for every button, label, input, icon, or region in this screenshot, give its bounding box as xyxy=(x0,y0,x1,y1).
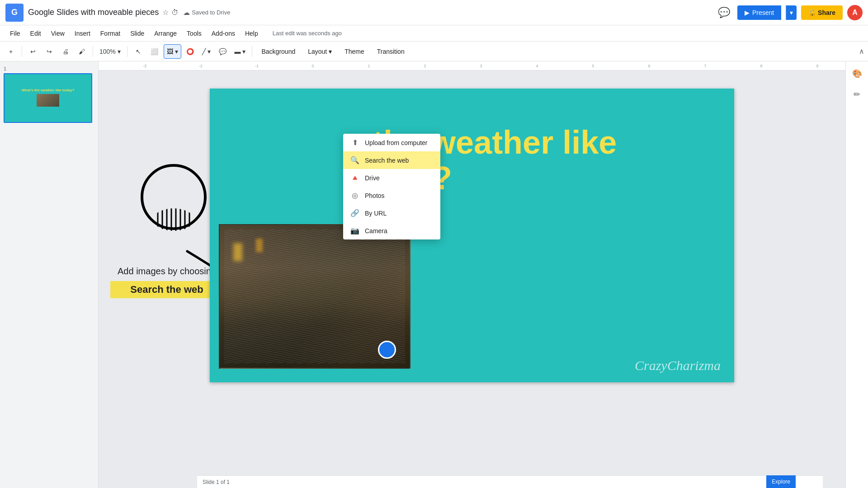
search-web-label: Search the web xyxy=(365,157,409,164)
toolbar-separator-4 xyxy=(252,46,252,57)
google-logo[interactable]: G xyxy=(5,4,24,22)
side-edit-icon[interactable]: ✏ xyxy=(850,86,864,103)
dropdown-by-url[interactable]: 🔗 By URL xyxy=(343,204,440,222)
text-tool[interactable]: ⬜ xyxy=(147,44,162,59)
ruler-mark: 4 xyxy=(509,64,565,68)
drive-icon: 🔺 xyxy=(350,174,359,182)
slide-wrapper: Add images by choosing Search the web xyxy=(210,89,734,382)
dropdown-search-web[interactable]: 🔍 Search the web xyxy=(343,151,440,169)
present-button[interactable]: ▶ Present xyxy=(737,5,781,20)
ruler-mark: -3 xyxy=(117,64,173,68)
menu-edit[interactable]: Edit xyxy=(26,28,46,39)
last-edit-status: Last edit was seconds ago xyxy=(273,30,342,37)
add-slide-button[interactable]: + xyxy=(4,44,18,59)
print-button[interactable]: 🖨 xyxy=(58,44,73,59)
cloud-icon: ☁ xyxy=(183,9,190,17)
title-bar: G Google Slides with moveable pieces ☆ ⏱… xyxy=(0,0,868,25)
slide-thumb-content: What's the weather like today? xyxy=(20,86,76,110)
canvas-area: -3 -2 -1 0 1 2 3 4 5 6 7 8 9 Add images … xyxy=(99,61,845,488)
comment-tool[interactable]: 💬 xyxy=(216,44,230,59)
menu-view[interactable]: View xyxy=(47,28,69,39)
toolbar-separator xyxy=(22,46,22,57)
background-button[interactable]: Background xyxy=(256,46,301,57)
menu-bar: File Edit View Insert Format Slide Arran… xyxy=(0,25,868,42)
slide-canvas[interactable]: s the weather like today? CrazyCharizma xyxy=(210,89,734,382)
ruler-top: -3 -2 -1 0 1 2 3 4 5 6 7 8 9 xyxy=(99,61,845,70)
upload-label: Upload from computer xyxy=(365,139,428,146)
select-tool[interactable]: ↖ xyxy=(131,44,146,59)
line-tool[interactable]: ╱ ▾ xyxy=(199,44,214,59)
comments-button[interactable]: 💬 xyxy=(715,4,733,21)
annotation-label: Add images by choosing xyxy=(110,265,223,277)
svg-point-0 xyxy=(142,165,205,229)
annotation-circle-svg xyxy=(135,161,212,251)
photos-icon: ◎ xyxy=(350,191,359,200)
paint-format-button[interactable]: 🖌 xyxy=(75,44,89,59)
user-avatar[interactable]: A xyxy=(847,5,863,20)
ruler-mark: 1 xyxy=(341,64,397,68)
toolbar: + ↩ ↪ 🖨 🖌 100% ▾ ↖ ⬜ 🖼 ▾ ⭕ ╱ ▾ 💬 ▬ ▾ Bac… xyxy=(0,42,868,61)
annotation-text-box: Add images by choosing Search the web xyxy=(110,265,223,298)
side-panel: 🎨 ✏ xyxy=(845,61,868,488)
star-icon[interactable]: ☆ xyxy=(162,8,169,17)
side-paint-icon[interactable]: 🎨 xyxy=(849,65,866,82)
ruler-mark: 8 xyxy=(733,64,789,68)
explore-button[interactable]: Explore xyxy=(766,475,796,488)
menu-file[interactable]: File xyxy=(5,28,25,39)
ruler-mark: 9 xyxy=(789,64,845,68)
dropdown-upload[interactable]: ⬆ Upload from computer xyxy=(343,134,440,151)
undo-button[interactable]: ↩ xyxy=(26,44,40,59)
layout-button[interactable]: Layout ▾ xyxy=(302,46,337,57)
redo-button[interactable]: ↪ xyxy=(42,44,57,59)
upload-icon: ⬆ xyxy=(350,138,359,147)
toolbar-separator-3 xyxy=(127,46,127,57)
toolbar-separator-2 xyxy=(93,46,93,57)
image-tool[interactable]: 🖼 ▾ xyxy=(164,44,181,59)
slide-count: Slide 1 of 1 xyxy=(203,479,230,485)
annotation-highlight: Search the web xyxy=(110,281,223,298)
menu-insert[interactable]: Insert xyxy=(70,28,95,39)
menu-arrange[interactable]: Arrange xyxy=(150,28,181,39)
history-icon[interactable]: ⏱ xyxy=(171,9,179,17)
save-status-text: Saved to Drive xyxy=(192,9,230,16)
camera-icon: 📷 xyxy=(350,226,359,235)
insert-image-dropdown: ⬆ Upload from computer 🔍 Search the web … xyxy=(343,134,440,239)
photos-label: Photos xyxy=(365,192,385,199)
ruler-mark: 5 xyxy=(565,64,621,68)
slide-thumbnail[interactable]: What's the weather like today? xyxy=(4,73,92,123)
transition-button[interactable]: Transition xyxy=(372,46,410,57)
drive-label: Drive xyxy=(365,174,380,182)
ruler-mark: 2 xyxy=(397,64,453,68)
menu-addons[interactable]: Add-ons xyxy=(207,28,240,39)
ruler-mark: -1 xyxy=(229,64,285,68)
zoom-button[interactable]: 100% ▾ xyxy=(97,44,123,59)
shape-tool[interactable]: ⭕ xyxy=(183,44,198,59)
menu-help[interactable]: Help xyxy=(241,28,263,39)
theme-button[interactable]: Theme xyxy=(339,46,370,57)
logo-text: G xyxy=(11,8,18,17)
dropdown-camera[interactable]: 📷 Camera xyxy=(343,222,440,239)
present-dropdown-button[interactable]: ▾ xyxy=(786,5,797,20)
camera-label: Camera xyxy=(365,227,387,235)
link-icon: 🔗 xyxy=(350,209,359,217)
ruler-mark: 6 xyxy=(621,64,677,68)
dropdown-drive[interactable]: 🔺 Drive xyxy=(343,169,440,187)
toolbar-collapse-button[interactable]: ∧ xyxy=(859,47,864,56)
menu-slide[interactable]: Slide xyxy=(126,28,149,39)
search-icon: 🔍 xyxy=(350,156,359,164)
watermark-text: CrazyCharizma xyxy=(635,358,721,373)
ruler-mark: 7 xyxy=(677,64,733,68)
slides-panel: 1 What's the weather like today? xyxy=(0,61,99,488)
ruler-mark: -2 xyxy=(173,64,229,68)
ruler-mark: 3 xyxy=(453,64,509,68)
dropdown-photos[interactable]: ◎ Photos xyxy=(343,187,440,204)
rainy-street-image xyxy=(219,224,410,369)
menu-format[interactable]: Format xyxy=(96,28,125,39)
bottom-bar: Slide 1 of 1 Explore xyxy=(197,475,823,488)
present-label: Present xyxy=(752,9,774,16)
share-button[interactable]: 🔒 Share xyxy=(801,5,843,20)
save-status: ☁ Saved to Drive xyxy=(183,9,230,17)
menu-tools[interactable]: Tools xyxy=(182,28,206,39)
color-tool[interactable]: ▬ ▾ xyxy=(232,44,249,59)
right-controls: 💬 ▶ Present ▾ 🔒 Share A xyxy=(715,4,863,21)
